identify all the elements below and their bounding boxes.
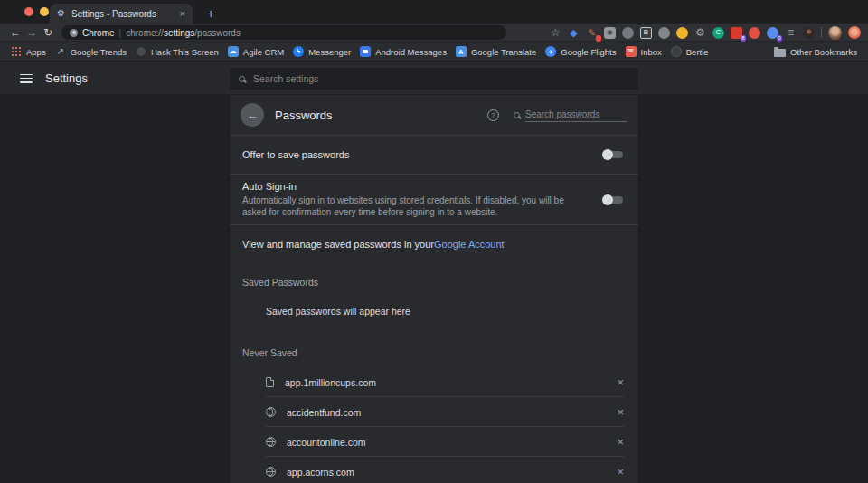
remove-site-button[interactable]: × xyxy=(617,466,624,478)
bookmark-favicon xyxy=(456,46,467,57)
bookmark-bertie[interactable]: Bertie xyxy=(671,46,709,57)
passwords-search-input[interactable] xyxy=(525,108,627,122)
profile-avatar[interactable] xyxy=(828,26,842,40)
passwords-card: ← Passwords ? Offer to save passwords Au… xyxy=(230,95,638,483)
never-saved-row-app.1millioncups.com: app.1millioncups.com × xyxy=(230,367,638,397)
bookmark-inbox[interactable]: Inbox xyxy=(626,46,662,57)
auto-signin-row: Auto Sign-in Automatically sign in to we… xyxy=(230,175,638,224)
bookmark-favicon xyxy=(360,46,371,57)
bookmark-favicon xyxy=(671,46,682,57)
bookmark-favicon xyxy=(545,46,556,57)
settings-page: ← Passwords ? Offer to save passwords Au… xyxy=(0,95,868,483)
crab-extension-icon[interactable]: ✱ xyxy=(803,27,815,39)
gear-favicon-icon: ⚙ xyxy=(57,9,65,18)
bookmark-google-flights[interactable]: Google Flights xyxy=(545,46,616,57)
sphere-extension-icon[interactable] xyxy=(622,27,634,39)
close-window-button[interactable] xyxy=(24,7,33,16)
browser-toolbar: ← → ↻ Chrome | chrome://settings/passwor… xyxy=(0,24,868,42)
bookmark-favicon xyxy=(228,46,239,57)
bookmark-favicon xyxy=(626,46,637,57)
globe-icon xyxy=(266,407,276,417)
letter-c-extension-icon[interactable]: C xyxy=(712,27,724,39)
passwords-search-box[interactable] xyxy=(514,108,627,122)
extension-badge: 0 xyxy=(777,35,782,42)
bookmark-messenger[interactable]: Messenger xyxy=(293,46,351,57)
page-title: Passwords xyxy=(275,109,487,122)
settings-header: Settings xyxy=(0,62,868,95)
bookmark-favicon xyxy=(55,46,66,57)
menu-hamburger-icon[interactable] xyxy=(20,74,33,83)
minimize-window-button[interactable] xyxy=(40,7,49,16)
never-saved-domain: app.acorns.com xyxy=(287,467,617,478)
tab-close-icon[interactable]: × xyxy=(180,9,185,19)
bookmark-star-icon[interactable]: ☆ xyxy=(550,27,561,39)
bookmark-agile-crm[interactable]: Agile CRM xyxy=(228,46,284,57)
letter-b-extension-icon[interactable]: B xyxy=(640,27,652,39)
bookmark-android-messages[interactable]: Android Messages xyxy=(360,46,447,57)
saved-passwords-empty-text: Saved passwords will appear here xyxy=(230,306,638,317)
offer-to-save-label: Offer to save passwords xyxy=(242,149,349,160)
never-saved-row-accidentfund.com: accidentfund.com × xyxy=(230,397,638,427)
remove-site-button[interactable]: × xyxy=(617,376,624,388)
auto-signin-toggle[interactable] xyxy=(602,194,624,205)
tab-settings-passwords[interactable]: ⚙ Settings - Passwords × xyxy=(50,4,193,24)
new-tab-button[interactable]: + xyxy=(201,4,221,24)
other-bookmarks-button[interactable]: Other Bookmarks xyxy=(774,47,857,57)
swirl-extension-icon[interactable] xyxy=(749,27,760,39)
help-icon[interactable]: ? xyxy=(487,109,499,121)
pencil-extension-icon[interactable]: ✎ xyxy=(586,27,598,39)
bookmark-hack-this-screen[interactable]: Hack This Screen xyxy=(136,46,219,57)
browser-menu-update-icon[interactable] xyxy=(848,26,861,39)
auto-signin-description: Automatically sign in to websites using … xyxy=(242,194,568,218)
passwords-card-header: ← Passwords ? xyxy=(230,95,638,135)
paw-extension-icon[interactable]: 0 xyxy=(767,27,778,39)
bookmark-label: Google Translate xyxy=(471,47,536,57)
offer-to-save-toggle[interactable] xyxy=(602,149,624,160)
never-saved-domain: app.1millioncups.com xyxy=(285,377,617,388)
bookmark-favicon xyxy=(136,46,146,57)
url-path: /passwords xyxy=(194,28,241,38)
camera-extension-icon[interactable]: ◉ xyxy=(604,27,616,39)
never-saved-domain: accountonline.com xyxy=(287,437,617,448)
tab-title: Settings - Passwords xyxy=(71,9,174,19)
settings-search-box[interactable] xyxy=(230,68,638,90)
forward-button[interactable]: → xyxy=(24,27,40,38)
back-button[interactable]: ← xyxy=(7,27,24,38)
remove-site-button[interactable]: × xyxy=(617,436,624,448)
tab-strip: ⚙ Settings - Passwords × + xyxy=(0,0,868,24)
bookmark-google-translate[interactable]: Google Translate xyxy=(456,46,536,57)
address-bar[interactable]: Chrome | chrome://settings/passwords xyxy=(61,25,506,40)
search-icon xyxy=(514,112,520,118)
browser-window: ⚙ Settings - Passwords × + ← → ↻ Chrome … xyxy=(0,0,868,483)
settings-search-input[interactable] xyxy=(253,73,629,84)
coin-extension-icon[interactable] xyxy=(676,27,688,39)
file-icon xyxy=(266,377,274,387)
extension-badge xyxy=(596,35,601,42)
url-highlight: settings xyxy=(164,28,194,38)
bookmark-apps[interactable]: Apps xyxy=(11,46,46,57)
never-saved-section-label: Never Saved xyxy=(230,347,638,358)
back-arrow-button[interactable]: ← xyxy=(241,103,264,127)
bookmark-label: Apps xyxy=(26,47,46,57)
saved-passwords-section-label: Saved Passwords xyxy=(230,277,638,288)
lines-extension-icon[interactable]: ≡ xyxy=(785,27,797,39)
bookmark-favicon xyxy=(293,46,304,57)
globe-icon xyxy=(266,467,276,477)
gem-extension-icon[interactable]: ◆ xyxy=(568,27,580,39)
gear-extension-icon[interactable]: ⚙ xyxy=(694,27,706,39)
bookmark-google-trends[interactable]: Google Trends xyxy=(55,46,127,57)
offer-to-save-row: Offer to save passwords xyxy=(230,136,638,174)
bookmark-label: Hack This Screen xyxy=(151,47,219,57)
remove-site-button[interactable]: × xyxy=(617,406,624,418)
extension-badge: 8 xyxy=(741,35,746,42)
reload-button[interactable]: ↻ xyxy=(40,27,56,38)
never-saved-domain: accidentfund.com xyxy=(287,407,617,418)
never-saved-row-app.acorns.com: app.acorns.com × xyxy=(230,457,638,483)
globe-icon xyxy=(266,437,276,447)
google-account-link[interactable]: Google Account xyxy=(434,239,505,250)
bookmark-label: Google Trends xyxy=(71,47,127,57)
grid-extension-icon[interactable]: 8 xyxy=(731,27,742,39)
chrome-logo-icon xyxy=(70,29,78,37)
manage-passwords-text: View and manage saved passwords in your xyxy=(242,239,434,250)
clock-extension-icon[interactable] xyxy=(658,27,670,39)
